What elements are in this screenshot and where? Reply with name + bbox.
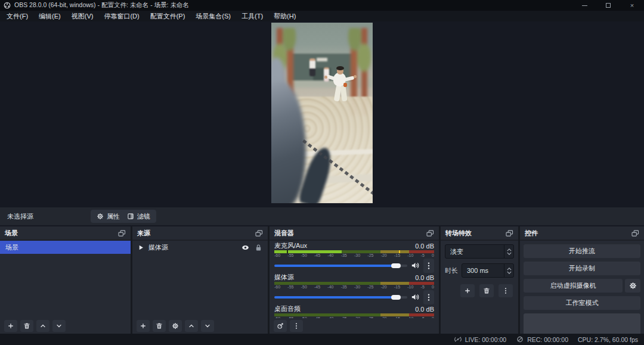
broadcast-icon (454, 336, 462, 343)
volume-slider[interactable] (274, 296, 407, 299)
menu-item-6[interactable]: 工具(T) (236, 11, 268, 21)
close-button[interactable]: × (620, 0, 644, 11)
start-virtualcam-button[interactable]: 启动虚拟摄像机 (524, 279, 623, 293)
volume-meter (274, 282, 434, 285)
spin-arrows-icon[interactable] (504, 264, 513, 277)
preview-canvas[interactable] (0, 21, 644, 207)
status-bar: LIVE: 00:00:00 REC: 00:00:00 CPU: 2.7%, … (0, 334, 644, 345)
transition-select[interactable]: 淡变 (445, 244, 514, 259)
controls-dock-header[interactable]: 控件 (520, 226, 644, 241)
menu-item-1[interactable]: 编辑(E) (33, 11, 66, 21)
menu-item-4[interactable]: 配置文件(P) (145, 11, 191, 21)
popout-icon[interactable] (506, 230, 513, 237)
scenes-dock-title: 场景 (5, 229, 18, 238)
source-item-label: 媒体源 (148, 243, 168, 252)
source-list-item[interactable]: 媒体源 (132, 241, 268, 254)
chevron-up-icon (188, 322, 195, 330)
start-recording-button[interactable]: 开始录制 (524, 262, 640, 275)
title-bar[interactable]: OBS 28.0.0 (64-bit, windows) - 配置文件: 未命名… (0, 0, 644, 11)
source-properties-button[interactable] (169, 320, 182, 332)
menu-item-2[interactable]: 视图(V) (66, 11, 99, 21)
scene-up-button[interactable] (36, 320, 49, 332)
meter-tick: -40 (327, 253, 333, 258)
source-up-button[interactable] (185, 320, 198, 332)
minimize-button[interactable] (572, 0, 596, 11)
channel-menu-button[interactable] (423, 290, 434, 304)
sources-dock-header[interactable]: 来源 (132, 226, 268, 241)
video-background-person (309, 58, 315, 76)
advanced-audio-button[interactable] (274, 320, 287, 332)
controls-empty-panel (524, 313, 640, 334)
studio-mode-button[interactable]: 工作室模式 (524, 296, 640, 310)
meter-tick: -25 (367, 285, 373, 290)
popout-icon[interactable] (255, 230, 263, 237)
filters-button[interactable]: 滤镜 (121, 210, 156, 223)
scenes-dock-header[interactable]: 场景 (0, 226, 131, 241)
scene-list-item[interactable]: 场景 (0, 241, 131, 254)
remove-scene-button[interactable] (20, 320, 33, 332)
start-streaming-button[interactable]: 开始推流 (524, 244, 640, 258)
volume-meter (274, 250, 434, 253)
close-icon: × (630, 2, 634, 9)
lock-icon[interactable] (255, 244, 262, 251)
virtualcam-settings-button[interactable] (625, 279, 640, 293)
mixer-dock-title: 混音器 (274, 229, 294, 238)
speaker-icon[interactable] (411, 293, 420, 301)
obs-main-window: OBS 28.0.0 (64-bit, windows) - 配置文件: 未命名… (0, 0, 644, 345)
volume-meter (274, 313, 434, 316)
duration-label: 时长 (445, 266, 458, 275)
mixer-menu-button[interactable] (290, 320, 303, 332)
meter-scale: -60-55-50-45-40-35-30-25-20-15-10-50 (274, 285, 434, 290)
window-title: OBS 28.0.0 (64-bit, windows) - 配置文件: 未命名… (14, 1, 189, 10)
meter-tick: -10 (407, 253, 413, 258)
source-context-bar: 未选择源 属性 滤镜 (0, 207, 644, 225)
add-transition-button[interactable] (460, 284, 475, 297)
speaker-icon[interactable] (411, 262, 420, 269)
source-down-button[interactable] (201, 320, 214, 332)
menu-item-3[interactable]: 停靠窗口(D) (98, 11, 144, 21)
preview-video[interactable] (271, 23, 373, 203)
meter-tick: 0 (432, 253, 434, 258)
scenes-toolbar (0, 318, 131, 334)
select-arrows-icon[interactable] (504, 245, 513, 258)
channel-menu-button[interactable] (423, 259, 434, 273)
mixer-channel: 媒体源 0.0 dB -60-55-50-45-40-35-30-25-20-1… (270, 272, 439, 304)
volume-slider-handle[interactable] (391, 295, 401, 300)
dots-icon (428, 262, 430, 270)
volume-slider-handle[interactable] (391, 263, 401, 268)
meter-tick: -35 (341, 253, 347, 258)
remove-transition-button[interactable] (479, 284, 494, 297)
no-source-label: 未选择源 (7, 212, 33, 221)
meter-tick: -50 (301, 285, 307, 290)
sources-dock-title: 来源 (137, 229, 150, 238)
meter-tick: -30 (354, 253, 360, 258)
remove-source-button[interactable] (153, 320, 166, 332)
transition-menu-button[interactable] (499, 284, 513, 297)
add-source-button[interactable] (137, 320, 150, 332)
popout-icon[interactable] (118, 230, 126, 237)
maximize-button[interactable] (596, 0, 620, 11)
menu-item-7[interactable]: 帮助(H) (268, 11, 301, 21)
channel-volume-db: 0.0 dB (415, 274, 434, 281)
popout-icon[interactable] (426, 230, 434, 237)
popout-icon[interactable] (631, 230, 639, 237)
mixer-dock-header[interactable]: 混音器 (270, 226, 439, 241)
meter-tick: -35 (341, 285, 347, 290)
add-scene-button[interactable] (4, 320, 17, 332)
meter-tick: -25 (367, 253, 373, 258)
transitions-dock-header[interactable]: 转场特效 (441, 226, 518, 241)
meter-tick: -20 (381, 285, 387, 290)
volume-slider[interactable] (274, 265, 407, 267)
scenes-dock: 场景 场景 (0, 226, 131, 334)
duration-spinbox[interactable]: 300 ms (462, 263, 514, 278)
visibility-eye-icon[interactable] (242, 244, 249, 251)
meter-tick: -15 (394, 285, 400, 290)
transition-selected-value: 淡变 (445, 247, 504, 256)
meter-tick: -55 (287, 253, 293, 258)
menu-item-5[interactable]: 场景集合(S) (190, 11, 236, 21)
scene-down-button[interactable] (52, 320, 66, 332)
meter-tick: -40 (327, 285, 333, 290)
sources-dock: 来源 媒体源 (132, 226, 268, 334)
channel-name: 麦克风/Aux (274, 241, 307, 250)
menu-item-0[interactable]: 文件(F) (1, 11, 33, 21)
